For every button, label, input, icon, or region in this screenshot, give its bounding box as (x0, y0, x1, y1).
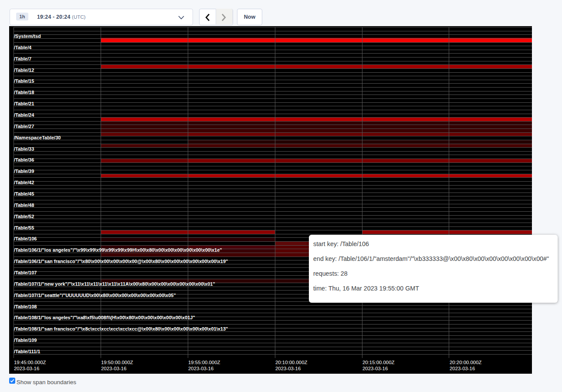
svg-text:/Table/42: /Table/42 (14, 180, 34, 185)
svg-text:2023-03-16: 2023-03-16 (101, 366, 126, 371)
svg-text:/Table/4: /Table/4 (14, 45, 32, 50)
svg-text:/Table/55: /Table/55 (14, 225, 34, 230)
svg-text:19:45:00.000Z: 19:45:00.000Z (14, 360, 46, 365)
svg-text:/Table/108: /Table/108 (14, 304, 37, 309)
svg-text:/Table/107: /Table/107 (14, 270, 37, 275)
svg-text:/Table/108/1/"los angeles"/"\x: /Table/108/1/"los angeles"/"\xa8\xf5\u00… (14, 315, 195, 320)
svg-text:/NamespaceTable/30: /NamespaceTable/30 (14, 135, 61, 140)
svg-text:2023-03-16: 2023-03-16 (450, 366, 475, 371)
svg-text:19:50:00.000Z: 19:50:00.000Z (101, 360, 133, 365)
svg-text:/Table/24: /Table/24 (14, 112, 34, 118)
svg-text:/Table/36: /Table/36 (14, 157, 34, 162)
svg-text:/Table/7: /Table/7 (14, 56, 31, 61)
svg-text:20:15:00.000Z: 20:15:00.000Z (362, 360, 395, 365)
svg-text:2023-03-16: 2023-03-16 (362, 366, 388, 371)
svg-text:/Table/106: /Table/106 (14, 236, 37, 241)
svg-text:2023-03-16: 2023-03-16 (188, 366, 213, 371)
svg-text:2023-03-16: 2023-03-16 (14, 366, 39, 371)
svg-text:/Table/27: /Table/27 (14, 124, 34, 129)
svg-text:20:10:00.000Z: 20:10:00.000Z (275, 360, 308, 365)
svg-text:19:55:00.000Z: 19:55:00.000Z (188, 360, 220, 365)
svg-text:/Table/106/1/"los angeles"/"\x: /Table/106/1/"los angeles"/"\x99\x99\x99… (14, 247, 222, 253)
svg-text:/Table/21: /Table/21 (14, 101, 34, 106)
svg-text:/Table/18: /Table/18 (14, 90, 34, 95)
svg-text:/Table/109: /Table/109 (14, 338, 37, 343)
svg-text:/Table/45: /Table/45 (14, 191, 34, 196)
svg-text:/Table/33: /Table/33 (14, 146, 34, 152)
svg-text:/Table/15: /Table/15 (14, 78, 34, 84)
svg-text:/Table/39: /Table/39 (14, 169, 34, 174)
svg-text:/System/tsd: /System/tsd (14, 34, 41, 39)
svg-text:/Table/107/1/"seattle"/"UUUUUU: /Table/107/1/"seattle"/"UUUUUUD\x00\x80\… (14, 293, 176, 298)
svg-text:/Table/107/1/"new york"/"\x11\: /Table/107/1/"new york"/"\x11\x11\x11\x1… (14, 281, 215, 287)
svg-text:/Table/12: /Table/12 (14, 68, 34, 73)
svg-text:20:20:00.000Z: 20:20:00.000Z (450, 360, 482, 365)
svg-text:2023-03-16: 2023-03-16 (275, 366, 301, 371)
svg-text:/Table/108/1/"san francisco"/": /Table/108/1/"san francisco"/"\x8c\xcc\x… (14, 326, 228, 331)
svg-text:/Table/111/1: /Table/111/1 (14, 349, 40, 354)
svg-text:/Table/106/1/"san francisco"/": /Table/106/1/"san francisco"/"\x80\x00\x… (14, 259, 228, 264)
svg-text:/Table/52: /Table/52 (14, 214, 34, 219)
svg-text:/Table/48: /Table/48 (14, 203, 34, 208)
